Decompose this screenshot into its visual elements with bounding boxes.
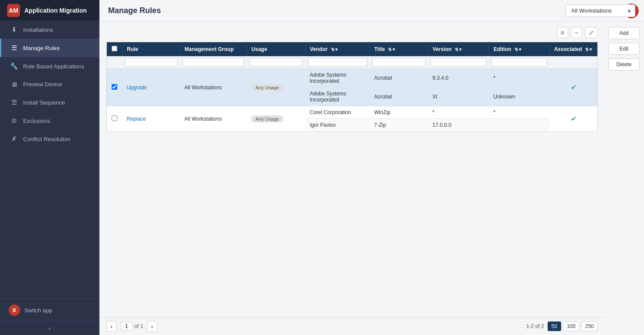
grid-view-button[interactable]: ≡ bbox=[557, 27, 568, 38]
rule-link[interactable]: Upgrade bbox=[127, 85, 147, 91]
switch-app-button[interactable]: B Switch app bbox=[0, 299, 99, 321]
action-panel: Add Edit Delete bbox=[605, 22, 644, 335]
page-size-250[interactable]: 250 bbox=[581, 321, 598, 331]
row-checkbox bbox=[107, 69, 123, 106]
table-wrapper: Rule Management Group Usage Vendor ⇅▼ Ti… bbox=[99, 42, 605, 317]
sidebar-item-preview-device[interactable]: 🖥Preview Device bbox=[0, 75, 99, 93]
header-vendor: Vendor ⇅▼ bbox=[305, 42, 370, 57]
filter-vendor[interactable] bbox=[308, 58, 367, 67]
sidebar-label-preview-device: Preview Device bbox=[23, 81, 62, 88]
sidebar-item-role-based-applications[interactable]: 🔧Role Based Applications bbox=[0, 57, 99, 75]
header-rule: Rule bbox=[123, 42, 180, 57]
edition-cell bbox=[489, 119, 549, 132]
record-count: 1-2 of 2 bbox=[526, 323, 544, 329]
title-cell: Acrobat bbox=[370, 69, 428, 88]
select-all-checkbox[interactable] bbox=[112, 46, 117, 51]
sidebar-label-install-sequence: Install Sequence bbox=[23, 99, 65, 106]
usage-cell: Any Usage bbox=[247, 69, 305, 106]
preview-device-icon: 🖥 bbox=[10, 81, 18, 88]
rule-cell: Replace bbox=[123, 106, 180, 132]
edition-cell: * bbox=[489, 106, 549, 119]
filter-version[interactable] bbox=[431, 58, 487, 67]
sidebar-label-conflict-resolution: Conflict Resolution bbox=[23, 136, 70, 142]
workstation-select[interactable]: All WorkstationsWorkstation AWorkstation… bbox=[566, 4, 635, 17]
switch-app-icon: B bbox=[9, 305, 20, 316]
version-cell: XI bbox=[428, 88, 489, 106]
installations-icon: ⬇ bbox=[10, 26, 18, 34]
switch-app-label: Switch app bbox=[24, 307, 52, 314]
header-title: Title ⇅▼ bbox=[370, 42, 428, 57]
page-size-50[interactable]: 50 bbox=[548, 321, 561, 331]
main-content: AD Manage Rules All WorkstationsWorkstat… bbox=[99, 0, 644, 335]
version-cell: * bbox=[428, 106, 489, 119]
table-row[interactable]: ReplaceAll WorkstationsAny UsageCorel Co… bbox=[107, 106, 598, 119]
manage-rules-icon: ☰ bbox=[10, 44, 18, 52]
filter-rule[interactable] bbox=[125, 58, 177, 67]
associated-icon: ✔ bbox=[571, 115, 576, 122]
role-based-applications-icon: 🔧 bbox=[10, 62, 18, 70]
filter-edition[interactable] bbox=[491, 58, 547, 67]
header-version: Version ⇅▼ bbox=[428, 42, 489, 57]
row-checkbox-input[interactable] bbox=[112, 115, 117, 121]
filter-management-group[interactable] bbox=[183, 58, 244, 67]
delete-button[interactable]: Delete bbox=[608, 58, 640, 71]
conflict-resolution-icon: ✗ bbox=[10, 135, 18, 143]
vendor-cell: Adobe Systems Incorporated bbox=[305, 69, 370, 88]
title-cell: Acrobat bbox=[370, 88, 428, 106]
table-body: UpgradeAll WorkstationsAny UsageAdobe Sy… bbox=[107, 69, 598, 132]
pagination: ‹ of 1 › 1-2 of 2 50100250 bbox=[99, 317, 605, 335]
edit-button[interactable]: Edit bbox=[608, 43, 640, 55]
sidebar-collapse-button[interactable]: ‹ bbox=[0, 321, 99, 335]
sidebar-item-installations[interactable]: ⬇Installations bbox=[0, 20, 99, 39]
sidebar-item-install-sequence[interactable]: ☰Install Sequence bbox=[0, 93, 99, 112]
edition-cell: * bbox=[489, 69, 549, 88]
sidebar-item-exclusions[interactable]: ⊘Exclusions bbox=[0, 112, 99, 130]
sidebar-item-conflict-resolution[interactable]: ✗Conflict Resolution bbox=[0, 130, 99, 148]
rule-link[interactable]: Replace bbox=[127, 116, 146, 122]
edition-cell: Unknown bbox=[489, 88, 549, 106]
page-navigation: ‹ of 1 › bbox=[106, 321, 157, 332]
usage-badge: Any Usage bbox=[251, 115, 283, 122]
filter-usage[interactable] bbox=[249, 58, 303, 67]
title-cell: 7-Zip bbox=[370, 119, 428, 132]
topbar: Manage Rules All WorkstationsWorkstation… bbox=[99, 0, 644, 22]
rules-table: Rule Management Group Usage Vendor ⇅▼ Ti… bbox=[106, 42, 598, 132]
sidebar-label-installations: Installations bbox=[23, 27, 53, 33]
row-checkbox-input[interactable] bbox=[112, 84, 117, 90]
expand-button[interactable]: ⤢ bbox=[585, 27, 598, 38]
prev-page-button[interactable]: ‹ bbox=[106, 321, 117, 332]
workstation-select-wrapper: All WorkstationsWorkstation AWorkstation… bbox=[566, 4, 635, 17]
vendor-cell: Adobe Systems Incorporated bbox=[305, 88, 370, 106]
sidebar-label-manage-rules: Manage Rules bbox=[23, 45, 60, 51]
add-button[interactable]: Add bbox=[608, 27, 640, 39]
version-cell: 17.0.0.0 bbox=[428, 119, 489, 132]
usage-cell: Any Usage bbox=[247, 106, 305, 132]
header-checkbox bbox=[107, 42, 123, 57]
next-page-button[interactable]: › bbox=[147, 321, 157, 332]
filter-title[interactable] bbox=[372, 58, 426, 67]
table-header-row: Rule Management Group Usage Vendor ⇅▼ Ti… bbox=[107, 42, 598, 57]
table-toolbar: ≡ − ⤢ bbox=[99, 27, 605, 42]
exclusions-icon: ⊘ bbox=[10, 117, 18, 125]
management-group-cell: All Workstations bbox=[180, 69, 247, 106]
sidebar-nav: ⬇Installations☰Manage Rules🔧Role Based A… bbox=[0, 20, 99, 299]
filter-row bbox=[107, 56, 598, 69]
table-row[interactable]: UpgradeAll WorkstationsAny UsageAdobe Sy… bbox=[107, 69, 598, 88]
header-usage: Usage bbox=[247, 42, 305, 57]
sidebar: AM Application Migration ⬇Installations☰… bbox=[0, 0, 99, 335]
page-number-input[interactable] bbox=[120, 322, 133, 331]
collapse-button[interactable]: − bbox=[571, 27, 582, 38]
page-size-options: 50100250 bbox=[548, 321, 598, 331]
table-section: ≡ − ⤢ Rule Management Group Usage bbox=[99, 22, 605, 335]
header-edition: Edition ⇅▼ bbox=[489, 42, 549, 57]
associated-cell: ✔ bbox=[549, 69, 597, 106]
sidebar-label-exclusions: Exclusions bbox=[23, 118, 50, 124]
sidebar-label-role-based-applications: Role Based Applications bbox=[23, 63, 84, 70]
management-group-cell: All Workstations bbox=[180, 106, 247, 132]
rule-cell: Upgrade bbox=[123, 69, 180, 106]
page-size-100[interactable]: 100 bbox=[563, 321, 579, 331]
content-area: ≡ − ⤢ Rule Management Group Usage bbox=[99, 22, 644, 335]
sidebar-item-manage-rules[interactable]: ☰Manage Rules bbox=[0, 39, 99, 57]
header-management-group: Management Group bbox=[180, 42, 247, 57]
app-title: Application Migration bbox=[24, 7, 87, 14]
